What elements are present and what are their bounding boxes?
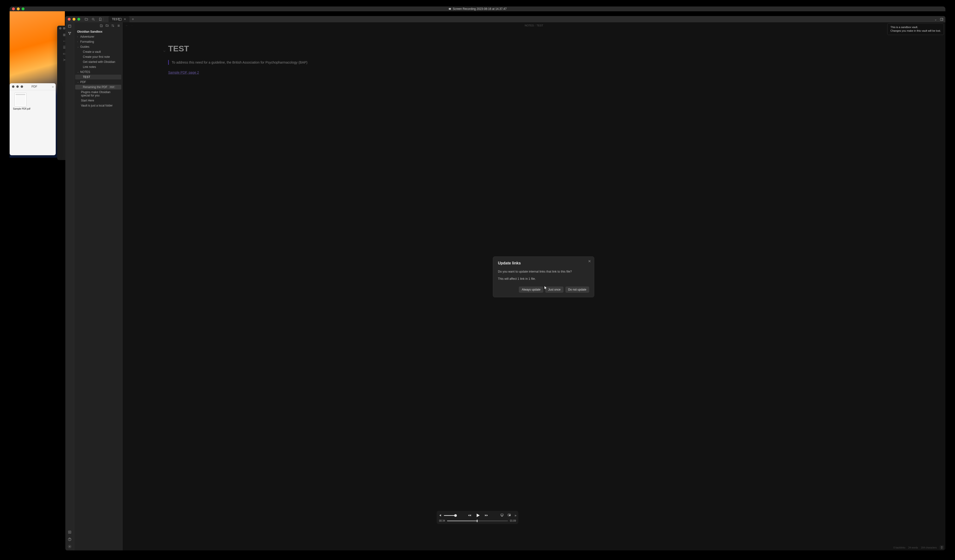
tree-note-test[interactable]: TEST: [75, 75, 121, 80]
ob-fullscreen-button[interactable]: [77, 18, 80, 20]
tree-label: Start Here: [81, 99, 94, 102]
tree-label: Create a vault: [83, 50, 101, 53]
svg-line-18: [70, 33, 70, 34]
svg-rect-9: [940, 18, 943, 20]
graph-icon[interactable]: [68, 31, 72, 35]
obsidian-window: TEST ✕ + ⌄: [65, 16, 946, 551]
tree-folder-notes[interactable]: ⌄NOTES: [74, 70, 122, 74]
tree-folder-formatting[interactable]: ›Formatting: [74, 39, 122, 44]
always-update-button[interactable]: Always update: [519, 287, 543, 293]
finder-body: Sample PDF.pdf: [9, 90, 56, 112]
right-panel-toggle-icon[interactable]: [940, 17, 944, 21]
finder-expand-icon[interactable]: »: [52, 85, 54, 89]
svg-point-5: [92, 18, 94, 20]
qt-time-total: 01:09: [510, 519, 516, 522]
volume-slider[interactable]: [444, 515, 456, 516]
bookmark-icon[interactable]: [99, 17, 102, 21]
svg-rect-11: [69, 25, 71, 28]
tree-note-renaming-pdf[interactable]: Renaming the PDFPDF: [75, 85, 121, 89]
pip-icon[interactable]: [507, 513, 511, 517]
chevron-down-icon: ⌄: [77, 71, 80, 73]
ob-titlebar-tools: [85, 17, 102, 21]
quick-switcher-icon[interactable]: [68, 24, 72, 28]
sandbox-toast: This is a sandbox vault. Changes you mak…: [887, 23, 944, 35]
obsidian-file-explorer: Obsidian Sandbox ›Adventurer ›Formatting…: [74, 22, 122, 551]
tree-label: Adventurer: [80, 35, 94, 38]
search-icon[interactable]: [91, 17, 95, 21]
obsidian-ribbon: [65, 22, 74, 551]
tree-note-get-started[interactable]: Get started with Obsidian: [74, 59, 122, 64]
new-tab-button[interactable]: +: [132, 17, 134, 21]
qt-timeline[interactable]: [447, 520, 508, 521]
sort-icon[interactable]: [111, 24, 114, 27]
tree-note-create-vault[interactable]: Create a vault: [74, 50, 122, 54]
settings-icon[interactable]: [68, 544, 72, 549]
tree-note-plugins[interactable]: Plugins make Obsidian special for you: [74, 90, 122, 98]
tree-note-start-here[interactable]: Start Here: [74, 98, 122, 103]
expand-icon[interactable]: »: [515, 513, 516, 517]
file-explorer-toolbar: [74, 22, 122, 29]
do-not-update-button[interactable]: Do not update: [565, 287, 589, 293]
tree-label: Renaming the PDF: [83, 86, 107, 89]
tree-note-vault-local[interactable]: Vault is just a local folder: [74, 103, 122, 108]
tree-note-create-first-note[interactable]: Create your first note: [74, 55, 122, 59]
tree-note-link-notes[interactable]: Link notes: [74, 64, 122, 69]
modal-buttons: Always update Just once Do not update: [498, 287, 589, 293]
help-icon[interactable]: [68, 537, 72, 541]
tree-label: Guides: [80, 45, 89, 48]
tree-label: PDF: [80, 80, 86, 84]
tree-folder-adventurer[interactable]: ›Adventurer: [74, 34, 122, 39]
tab-dropdown-icon[interactable]: ⌄: [934, 17, 937, 21]
modal-text-line2: This will affect 1 link in 1 file.: [498, 276, 589, 281]
fast-forward-icon[interactable]: [484, 513, 489, 517]
new-folder-icon[interactable]: [105, 24, 109, 27]
tree-label: Plugins make Obsidian special for you: [81, 90, 119, 97]
tree-label: Vault is just a local folder: [81, 104, 113, 107]
movie-icon: [448, 8, 451, 10]
tab-close-icon[interactable]: ✕: [124, 17, 126, 21]
new-note-icon[interactable]: [100, 24, 103, 27]
svg-line-6: [94, 20, 94, 20]
folder-icon[interactable]: [85, 17, 88, 21]
pdf-file-thumbnail[interactable]: [14, 93, 27, 106]
tree-label: Get started with Obsidian: [83, 60, 115, 64]
divider: [103, 17, 103, 21]
collapse-icon[interactable]: [117, 24, 121, 27]
modal-backdrop[interactable]: ✕ Update links Do you want to update int…: [122, 22, 946, 551]
finder-titlebar: PDF »: [9, 83, 56, 90]
ob-titlebar-right: ⌄: [934, 17, 944, 21]
chevron-down-icon: ⌄: [77, 45, 80, 48]
modal-title: Update links: [498, 261, 589, 265]
quicktime-titlebar: Screen Recording 2023-08-16 at 14.37.47: [9, 6, 946, 11]
qt-volume: [439, 514, 456, 517]
vault-icon[interactable]: [68, 530, 72, 534]
chevron-right-icon: ›: [77, 36, 80, 38]
ob-minimize-button[interactable]: [72, 18, 75, 20]
play-icon[interactable]: [475, 513, 481, 518]
left-panel-toggle-icon[interactable]: [118, 17, 122, 21]
tree-label: Create your first note: [83, 55, 110, 59]
modal-close-icon[interactable]: ✕: [588, 259, 591, 264]
qt-content: ⊞ ← ☰ ▭ ≻ PDF » Sample PDF.pdf: [9, 11, 946, 551]
obsidian-titlebar: TEST ✕ + ⌄: [65, 16, 946, 22]
volume-icon[interactable]: [439, 514, 442, 517]
chevron-right-icon: ›: [77, 41, 80, 43]
modal-text-line1: Do you want to update internal links tha…: [498, 269, 589, 274]
airplay-icon[interactable]: [500, 513, 504, 517]
finder-close-button[interactable]: [12, 86, 14, 88]
just-once-button[interactable]: Just once: [545, 287, 563, 293]
ob-close-button[interactable]: [68, 18, 70, 20]
bg-traffic-dim: [63, 27, 65, 30]
rewind-icon[interactable]: [467, 513, 472, 517]
svg-line-17: [69, 33, 70, 34]
qt-window-title: Screen Recording 2023-08-16 at 14.37.47: [9, 7, 946, 11]
tree-folder-guides[interactable]: ⌄Guides: [74, 44, 122, 49]
pdf-badge: PDF: [109, 86, 115, 89]
svg-rect-7: [119, 18, 121, 20]
tree-folder-pdf[interactable]: ⌄PDF: [74, 80, 122, 84]
svg-rect-3: [450, 8, 451, 9]
svg-rect-30: [509, 515, 510, 516]
tree-label: NOTES: [80, 70, 90, 74]
svg-rect-19: [69, 531, 71, 533]
file-tree: ›Adventurer ›Formatting ⌄Guides Create a…: [74, 34, 122, 108]
